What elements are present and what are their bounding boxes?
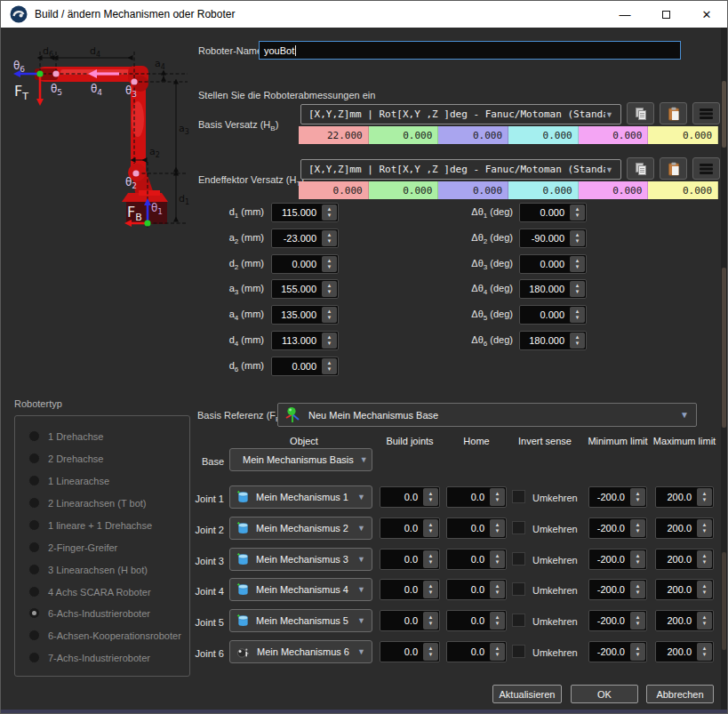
spinner-arrows[interactable]: ▲▼ [322,358,337,374]
spinner-arrows[interactable]: ▲▼ [630,612,645,630]
a4-spinbox[interactable]: 135.000▲▼ [271,305,339,325]
spinner-arrows[interactable]: ▲▼ [570,230,585,246]
spinner-arrows[interactable]: ▲▼ [697,612,712,630]
robot-type-option-2-drehachse[interactable]: 2 Drehachse [28,453,103,464]
joint1-max-spinbox[interactable]: 200.0▲▼ [655,486,714,508]
d1-spinbox[interactable]: 115.000▲▼ [271,203,339,222]
spinner-arrows[interactable]: ▲▼ [570,307,585,323]
joint2-object-dropdown[interactable]: Mein Mechanismus 2▼ [229,517,372,540]
spinner-arrows[interactable]: ▲▼ [322,256,337,272]
basis-offset-rx[interactable]: 0.000 [508,126,579,144]
scrollbar-thumb[interactable] [722,81,726,148]
spinner-arrows[interactable]: ▲▼ [490,519,505,537]
d4-spinbox[interactable]: 113.000▲▼ [271,331,339,350]
spinner-arrows[interactable]: ▲▼ [490,612,505,630]
joint3-home-spinbox[interactable]: 0.0▲▼ [446,549,507,570]
joint3-max-spinbox[interactable]: 200.0▲▼ [655,549,714,570]
tool-offset-x[interactable]: 0.000 [299,181,369,199]
joint5-build-spinbox[interactable]: 0.0▲▼ [380,610,440,631]
joint2-max-spinbox[interactable]: 200.0▲▼ [655,517,714,539]
spinner-arrows[interactable]: ▲▼ [322,281,337,297]
spinner-arrows[interactable]: ▲▼ [630,643,645,661]
robot-type-option-1-drehachse[interactable]: 1 Drehachse [28,430,103,442]
base-reference-dropdown[interactable]: Neu Mein Mechanismus Base ▼ [277,403,697,427]
joint5-object-dropdown[interactable]: Mein Mechanismus 5▼ [229,609,372,632]
copy-button[interactable] [627,102,654,124]
joint1-build-spinbox[interactable]: 0.0▲▼ [380,486,440,508]
dtheta6-spinbox[interactable]: 180.000▲▼ [519,331,587,350]
robot-type-option-1-lineare-1-drehachse[interactable]: 1 lineare + 1 Drehachse [28,519,152,531]
paste-button[interactable] [660,102,687,124]
joint5-invert-checkbox[interactable] [512,614,525,627]
joint6-invert-checkbox[interactable] [512,645,525,658]
joint3-object-dropdown[interactable]: Mein Mechanismus 3▼ [229,548,372,571]
spinner-arrows[interactable]: ▲▼ [570,205,585,221]
tool-offset-format-dropdown[interactable]: [X,Y,Z]mm | Rot[X,Y ,Z ]deg - Fanuc/Moto… [300,159,621,180]
spinner-arrows[interactable]: ▲▼ [490,488,505,506]
tool-offset-rz[interactable]: 0.000 [648,181,718,199]
robot-type-option-6-achsen-kooperationsroboter[interactable]: 6-Achsen-Kooperationsroboter [28,630,181,641]
spinner-arrows[interactable]: ▲▼ [630,519,645,537]
options-menu-button[interactable] [692,157,720,180]
cancel-button[interactable]: Abbrechen [646,685,714,703]
spinner-arrows[interactable]: ▲▼ [697,581,712,598]
joint1-min-spinbox[interactable]: -200.0▲▼ [588,486,647,508]
joint3-min-spinbox[interactable]: -200.0▲▼ [588,549,647,570]
joint3-invert-checkbox[interactable] [512,552,525,566]
spinner-arrows[interactable]: ▲▼ [423,550,438,568]
spinner-arrows[interactable]: ▲▼ [490,550,505,568]
joint1-invert-checkbox[interactable] [512,490,525,503]
robot-type-option-7-achs-industrieroboter[interactable]: 7-Achs-Industrieroboter [28,652,150,663]
robot-type-option-6-achs-industrieroboter[interactable]: 6-Achs-Industrieroboter [28,607,150,619]
spinner-arrows[interactable]: ▲▼ [423,612,438,630]
spinner-arrows[interactable]: ▲▼ [322,205,337,221]
joint4-max-spinbox[interactable]: 200.0▲▼ [655,579,714,600]
spinner-arrows[interactable]: ▲▼ [697,519,712,537]
a3-spinbox[interactable]: 155.000▲▼ [271,279,339,299]
spinner-arrows[interactable]: ▲▼ [697,488,712,506]
d2-spinbox[interactable]: 0.000▲▼ [271,254,339,274]
joint2-min-spinbox[interactable]: -200.0▲▼ [588,517,647,539]
base-object-dropdown[interactable]: Mein Mechanismus Basis ▼ [229,448,372,471]
spinner-arrows[interactable]: ▲▼ [322,230,337,246]
tool-offset-y[interactable]: 0.000 [369,181,439,199]
spinner-arrows[interactable]: ▲▼ [630,488,645,506]
maximize-button[interactable] [645,1,686,28]
basis-offset-y[interactable]: 0.000 [369,126,439,144]
close-button[interactable]: ✕ [686,1,727,28]
dtheta3-spinbox[interactable]: 0.000▲▼ [519,254,587,274]
joint2-home-spinbox[interactable]: 0.0▲▼ [446,517,507,539]
robot-type-option-2-linearachsen[interactable]: 2 Linearachsen (T bot) [28,497,146,509]
joint4-home-spinbox[interactable]: 0.0▲▼ [446,579,507,600]
joint2-build-spinbox[interactable]: 0.0▲▼ [380,517,440,539]
joint5-min-spinbox[interactable]: -200.0▲▼ [588,610,647,631]
a2-spinbox[interactable]: -23.000▲▼ [271,229,339,248]
paste-button[interactable] [660,157,687,180]
joint4-min-spinbox[interactable]: -200.0▲▼ [588,579,647,600]
dtheta4-spinbox[interactable]: 180.000▲▼ [519,279,587,299]
joint5-max-spinbox[interactable]: 200.0▲▼ [655,610,714,631]
update-button[interactable]: Aktualisieren [492,685,562,703]
joint6-object-dropdown[interactable]: Mein Mechanismus 6▼ [229,640,372,663]
joint6-build-spinbox[interactable]: 0.0▲▼ [380,641,440,662]
spinner-arrows[interactable]: ▲▼ [630,550,645,568]
basis-offset-x[interactable]: 22.000 [299,126,369,144]
joint1-home-spinbox[interactable]: 0.0▲▼ [446,486,507,508]
spinner-arrows[interactable]: ▲▼ [423,488,438,506]
tool-offset-rx[interactable]: 0.000 [508,181,579,199]
spinner-arrows[interactable]: ▲▼ [630,581,645,598]
joint2-invert-checkbox[interactable] [512,521,525,534]
minimize-button[interactable]: — [604,1,645,28]
dtheta2-spinbox[interactable]: -90.000▲▼ [519,229,587,248]
basis-offset-ry[interactable]: 0.000 [579,126,649,144]
joint4-build-spinbox[interactable]: 0.0▲▼ [380,579,440,600]
robot-type-option-4-achs-scara[interactable]: 4 Achs SCARA Roboter [28,586,151,598]
robot-name-input[interactable]: youBot [259,41,681,60]
robot-type-option-1-linearachse[interactable]: 1 Linearachse [28,475,109,486]
dtheta5-spinbox[interactable]: 0.000▲▼ [519,305,587,325]
right-scrollbar[interactable] [721,28,727,714]
robot-type-option-2-finger-greifer[interactable]: 2-Finger-Greifer [28,542,117,553]
spinner-arrows[interactable]: ▲▼ [490,643,505,661]
spinner-arrows[interactable]: ▲▼ [570,256,585,272]
spinner-arrows[interactable]: ▲▼ [423,519,438,537]
